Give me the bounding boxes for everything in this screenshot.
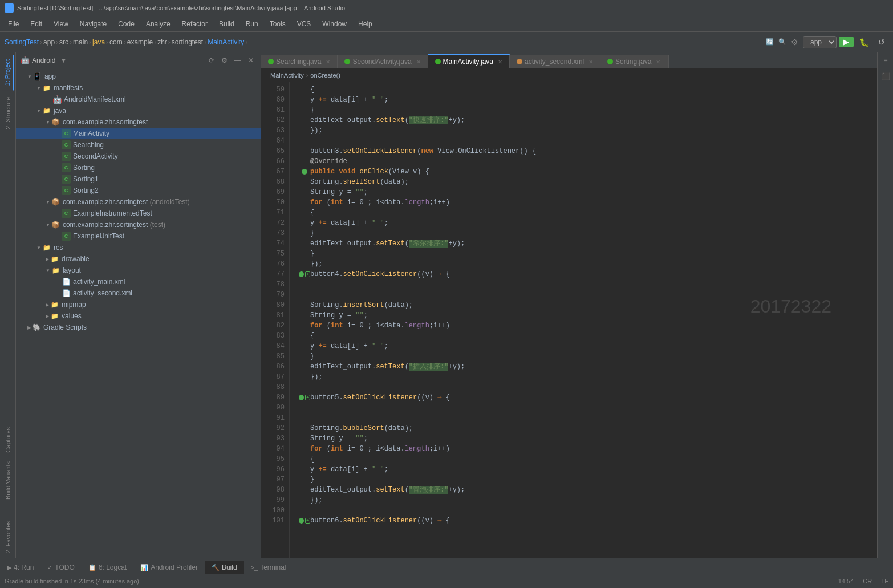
tree-item-manifests[interactable]: 📁 manifests [16,82,261,94]
refresh-button[interactable]: ↺ [875,37,888,48]
tree-item-exampleunittest[interactable]: C ExampleUnitTest [16,230,261,242]
tab-sorting[interactable]: Sorting.java ✕ [600,55,669,68]
breadcrumb-sortingtest[interactable]: SortingTest [5,38,39,46]
breakpoint-icon[interactable] [299,518,304,524]
tree-item-app[interactable]: 📱 app [16,71,261,82]
tab-profiler-label: Android Profiler [151,563,198,571]
favorites-toggle[interactable]: 2: Favorites [2,516,14,558]
tree-item-package1[interactable]: 📦 com.example.zhr.sortingtest [16,116,261,128]
tree-item-mipmap[interactable]: 📁 mipmap [16,299,261,310]
tab-sorting-close[interactable]: ✕ [656,59,660,65]
tree-item-sorting2[interactable]: C Sorting2 [16,185,261,196]
run-button[interactable]: ▶ [839,37,854,47]
code-content[interactable]: { y += data[i] + " "; } editText_output.… [290,82,877,558]
code-line: String y = ""; [299,433,868,444]
logcat-icon: 📋 [88,564,96,571]
menu-item-code[interactable]: Code [112,18,140,30]
breadcrumb-com[interactable]: com [109,38,123,46]
breadcrumb-java[interactable]: java [92,38,105,46]
breadcrumb-oncreate[interactable]: onCreate() [310,72,340,79]
breadcrumb-src[interactable]: src [59,38,68,46]
tree-item-androidmanifest[interactable]: 🤖 AndroidManifest.xml [16,94,261,105]
tree-item-searching[interactable]: C Searching [16,139,261,151]
tree-item-package2[interactable]: 📦 com.example.zhr.sortingtest (androidTe… [16,196,261,208]
tab-todo[interactable]: ✓ TODO [40,561,81,574]
tree-item-activitymain[interactable]: 📄 activity_main.xml [16,276,261,287]
tab-secondactivity-close[interactable]: ✕ [416,59,421,65]
tree-item-values[interactable]: 📁 values [16,310,261,322]
breakpoint-icon[interactable] [299,395,304,400]
breakpoint-icon[interactable] [299,271,304,277]
menu-item-view[interactable]: View [48,18,74,30]
tab-profiler[interactable]: 📊 Android Profiler [133,561,205,574]
close-panel-btn[interactable]: ✕ [246,55,256,66]
right-icon-2[interactable]: ⬛ [878,68,893,84]
breadcrumb-zhr[interactable]: zhr [157,38,167,46]
menu-item-navigate[interactable]: Navigate [74,18,112,30]
menu-item-window[interactable]: Window [316,18,352,30]
code-line [299,290,868,300]
menu-item-help[interactable]: Help [352,18,378,30]
add-line-icon[interactable]: + [305,518,310,524]
profiler-icon: 📊 [140,564,148,571]
right-icon-1[interactable]: ≡ [878,52,893,68]
tab-mainactivity[interactable]: MainActivity.java ✕ [428,54,510,68]
sync-panel-btn[interactable]: ⟳ [206,55,217,66]
tree-item-exampleinstrumentedtest[interactable]: C ExampleInstrumentedTest [16,208,261,219]
tab-mainactivity-close[interactable]: ✕ [498,59,502,65]
menu-item-build[interactable]: Build [213,18,240,30]
tree-item-sorting[interactable]: C Sorting [16,162,261,173]
code-line: public void onClick(View v) { [299,167,868,177]
menu-item-refactor[interactable]: Refactor [176,18,213,30]
menu-item-tools[interactable]: Tools [264,18,291,30]
breakpoint-icon[interactable] [302,169,307,175]
tab-run[interactable]: ▶ 4: Run [0,561,40,574]
tab-secondactivity[interactable]: SecondActivity.java ✕ [338,55,428,68]
menu-item-analyze[interactable]: Analyze [140,18,176,30]
tree-item-sorting1[interactable]: C Sorting1 [16,173,261,185]
menu-item-edit[interactable]: Edit [25,18,48,30]
breadcrumb-mainactivity[interactable]: MainActivity [208,38,244,46]
line-number: 87 [263,372,285,382]
captures-toggle[interactable]: Captures [2,423,14,457]
breadcrumb-example[interactable]: example [127,38,153,46]
tree-item-secondactivity[interactable]: C SecondActivity [16,151,261,162]
tab-build[interactable]: 🔨 Build [205,561,244,574]
add-line-icon[interactable]: + [305,271,310,277]
status-message: Gradle build finished in 1s 23ms (4 minu… [5,578,139,585]
build-variants-toggle[interactable]: Build Variants [2,457,14,504]
app-selector[interactable]: app [803,36,837,48]
tab-activitysecond-close[interactable]: ✕ [588,59,593,65]
tree-item-res[interactable]: 📁 res [16,242,261,253]
line-number: 96 [263,464,285,475]
settings-panel-btn[interactable]: ⚙ [219,55,230,66]
breadcrumb-mainactivity[interactable]: MainActivity [270,72,304,79]
project-panel-toggle[interactable]: 1: Project [2,55,14,90]
tree-item-mainactivity[interactable]: C MainActivity [16,128,261,139]
tree-label-layout: layout [63,266,81,274]
tree-item-java[interactable]: 📁 java [16,105,261,116]
code-editor[interactable]: 5960616263646566676869707172737475767778… [261,82,877,558]
tab-searching-close[interactable]: ✕ [326,59,330,65]
debug-button[interactable]: 🐛 [856,37,872,48]
breadcrumb-sortingtest2[interactable]: sortingtest [172,38,203,46]
tree-item-activitysecond[interactable]: 📄 activity_second.xml [16,287,261,299]
collapse-panel-btn[interactable]: — [232,55,243,66]
breadcrumb-app[interactable]: app [43,38,55,46]
structure-panel-toggle[interactable]: 2: Structure [2,92,14,134]
tree-item-drawable[interactable]: 📁 drawable [16,253,261,265]
tab-activitysecond[interactable]: activity_second.xml ✕ [510,55,600,68]
menu-item-file[interactable]: File [2,18,25,30]
menu-item-vcs[interactable]: VCS [291,18,317,30]
tree-item-package3[interactable]: 📦 com.example.zhr.sortingtest (test) [16,219,261,230]
add-line-icon[interactable]: + [305,395,310,400]
breadcrumb-main[interactable]: main [73,38,88,46]
code-line: y += data[i] + " "; [299,95,868,105]
menu-item-run[interactable]: Run [240,18,264,30]
tab-terminal[interactable]: >_ Terminal [244,561,293,574]
tree-item-layout[interactable]: 📁 layout [16,265,261,276]
tree-item-gradle[interactable]: 🐘 Gradle Scripts [16,322,261,333]
tab-logcat[interactable]: 📋 6: Logcat [82,561,133,574]
tab-searching[interactable]: Searching.java ✕ [261,55,338,68]
tree-label-activitymain: activity_main.xml [73,278,125,286]
